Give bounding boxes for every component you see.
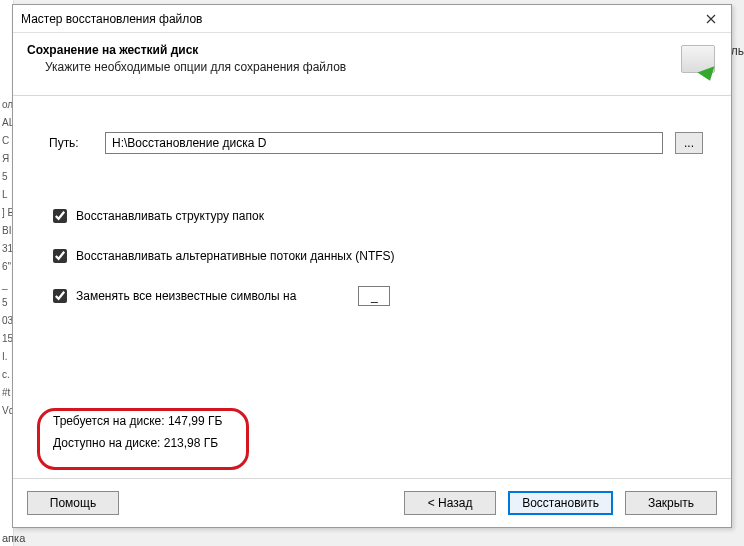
recover-button[interactable]: Восстановить bbox=[508, 491, 613, 515]
path-input[interactable] bbox=[105, 132, 663, 154]
help-button[interactable]: Помощь bbox=[27, 491, 119, 515]
disk-available: Доступно на диске: 213,98 ГБ bbox=[53, 432, 222, 454]
back-button[interactable]: < Назад bbox=[404, 491, 496, 515]
disk-space-info: Требуется на диске: 147,99 ГБ Доступно н… bbox=[43, 402, 238, 464]
background-below-text: апка bbox=[2, 532, 25, 544]
replace-unknown-label: Заменять все неизвестные символы на bbox=[76, 289, 296, 303]
option-restore-ads[interactable]: Восстанавливать альтернативные потоки да… bbox=[49, 246, 703, 266]
wizard-footer: Помощь < Назад Восстановить Закрыть bbox=[13, 478, 731, 527]
titlebar: Мастер восстановления файлов bbox=[13, 5, 731, 33]
option-restore-structure[interactable]: Восстанавливать структуру папок bbox=[49, 206, 703, 226]
save-to-disk-icon bbox=[675, 43, 717, 81]
restore-ads-checkbox[interactable] bbox=[53, 249, 67, 263]
header-subtitle: Укажите необходимые опции для сохранения… bbox=[27, 60, 675, 74]
close-button[interactable]: Закрыть bbox=[625, 491, 717, 515]
browse-button[interactable]: ... bbox=[675, 132, 703, 154]
replace-unknown-checkbox[interactable] bbox=[53, 289, 67, 303]
replace-char-input[interactable] bbox=[358, 286, 390, 306]
option-replace-unknown[interactable]: Заменять все неизвестные символы на bbox=[49, 286, 703, 306]
wizard-header: Сохранение на жесткий диск Укажите необх… bbox=[13, 33, 731, 96]
path-label: Путь: bbox=[49, 136, 93, 150]
restore-structure-checkbox[interactable] bbox=[53, 209, 67, 223]
wizard-body: Путь: ... Восстанавливать структуру папо… bbox=[13, 96, 731, 478]
window-title: Мастер восстановления файлов bbox=[21, 12, 691, 26]
close-icon[interactable] bbox=[691, 5, 731, 33]
path-row: Путь: ... bbox=[49, 132, 703, 154]
disk-required: Требуется на диске: 147,99 ГБ bbox=[53, 410, 222, 432]
restore-ads-label: Восстанавливать альтернативные потоки да… bbox=[76, 249, 395, 263]
wizard-dialog: Мастер восстановления файлов Сохранение … bbox=[12, 4, 732, 528]
restore-structure-label: Восстанавливать структуру папок bbox=[76, 209, 264, 223]
header-title: Сохранение на жесткий диск bbox=[27, 43, 675, 57]
